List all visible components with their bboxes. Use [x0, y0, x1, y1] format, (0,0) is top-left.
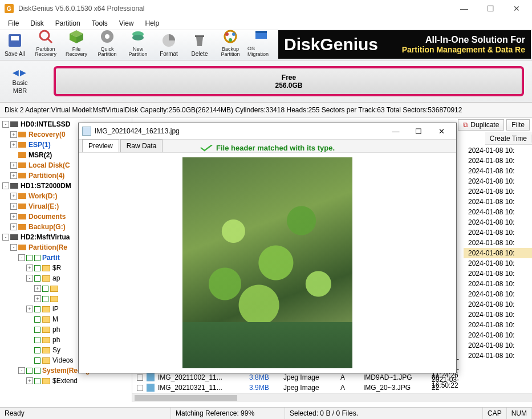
- checkbox-icon[interactable]: [34, 337, 40, 343]
- tree-label: $Extend: [52, 377, 78, 385]
- tree-label: M: [52, 315, 58, 323]
- list-row[interactable]: IMG_20210321_11...3.9MBJpeg ImageAIMG_20…: [132, 383, 464, 393]
- checkbox-icon[interactable]: [34, 306, 40, 312]
- list-create-time[interactable]: 2024-01-08 10:: [464, 238, 532, 248]
- folder-icon: [42, 275, 50, 282]
- preview-maximize-button[interactable]: ☐: [407, 124, 430, 138]
- checkbox-icon[interactable]: [26, 255, 33, 261]
- expand-icon[interactable]: -: [10, 244, 17, 251]
- maximize-button[interactable]: ☐: [477, 0, 503, 17]
- col-create-time[interactable]: Create Time: [485, 135, 532, 143]
- expand-icon[interactable]: +: [10, 172, 17, 179]
- list-create-time[interactable]: 2024-01-08 10:: [464, 166, 532, 176]
- svg-point-14: [225, 32, 229, 36]
- list-create-time[interactable]: 2024-01-08 10:: [464, 207, 532, 217]
- list-create-time[interactable]: 2024-01-08 10:: [464, 176, 532, 186]
- list-create-time[interactable]: 2024-01-08 10:: [464, 310, 532, 320]
- expand-icon[interactable]: +: [34, 295, 41, 302]
- row-checkbox[interactable]: [137, 385, 143, 391]
- preview-titlebar[interactable]: IMG_20210424_162113.jpg — ☐ ✕: [79, 123, 456, 139]
- list-create-time[interactable]: 2024-01-08 10:: [464, 320, 532, 330]
- tree-label: HD2:MsftVirtua: [21, 233, 70, 241]
- expand-icon[interactable]: -: [2, 234, 9, 241]
- tree-label: $R: [52, 264, 61, 272]
- expand-icon[interactable]: -: [2, 182, 9, 189]
- list-create-time[interactable]: 2024-01-08 10:: [464, 186, 532, 197]
- toolbar-format[interactable]: Format: [155, 31, 182, 59]
- expand-icon[interactable]: +: [26, 306, 33, 312]
- expand-icon[interactable]: +: [10, 193, 17, 200]
- os-icon: [252, 26, 270, 44]
- list-create-time[interactable]: 2024-01-08 10:: [464, 299, 532, 310]
- close-button[interactable]: ✕: [503, 0, 530, 17]
- list-create-time[interactable]: 2024-01-08 10:: [464, 330, 532, 340]
- minimize-button[interactable]: —: [451, 0, 477, 17]
- checkbox-icon[interactable]: [42, 286, 48, 292]
- list-create-time[interactable]: 2024-01-08 10:: [464, 351, 532, 361]
- toolbar-os-migration[interactable]: OS Migration: [247, 26, 275, 59]
- list-create-time[interactable]: 2024-01-08 10:: [464, 197, 532, 207]
- expand-icon[interactable]: -: [2, 121, 9, 128]
- list-create-time[interactable]: 2024-01-08 10:: [464, 156, 532, 166]
- tree-label: Backup(G:): [29, 223, 66, 231]
- expand-icon[interactable]: +: [10, 203, 17, 210]
- toolbar-file-recovery[interactable]: File Recovery: [63, 27, 90, 59]
- partition-icon: [18, 193, 26, 199]
- row-checkbox[interactable]: [137, 375, 143, 381]
- list-create-time[interactable]: 2024-01-08 10:: [464, 340, 532, 351]
- preview-minimize-button[interactable]: —: [384, 124, 407, 138]
- list-create-time[interactable]: 2024-01-08 10:: [464, 289, 532, 299]
- expand-icon[interactable]: +: [10, 141, 17, 148]
- duplicate-button[interactable]: ⧉Duplicate: [458, 119, 504, 131]
- list-create-time[interactable]: 2024-01-08 10:: [464, 217, 532, 227]
- checkbox-icon[interactable]: [34, 347, 40, 353]
- toolbar-new-partition[interactable]: New Partition: [124, 27, 152, 59]
- tab-preview[interactable]: Preview: [82, 139, 119, 152]
- filter-button[interactable]: Filte: [506, 119, 530, 131]
- scrollbar-thumb[interactable]: [135, 395, 237, 401]
- expand-icon[interactable]: +: [26, 265, 33, 271]
- status-bar: Ready Matching Reference: 99% Selected: …: [0, 407, 532, 419]
- stack-icon: [129, 27, 147, 46]
- expand-icon[interactable]: -: [26, 275, 33, 282]
- list-create-time[interactable]: 2024-01-08 10:: [464, 227, 532, 238]
- menu-file[interactable]: File: [2, 18, 25, 29]
- preview-close-button[interactable]: ✕: [430, 124, 453, 138]
- expand-icon[interactable]: +: [26, 377, 33, 384]
- toolbar-backup-partition[interactable]: Backup Partition: [217, 27, 244, 59]
- list-create-time[interactable]: 2024-01-08 10:: [464, 279, 532, 289]
- tree-item[interactable]: +$Extend: [0, 376, 132, 386]
- expand-icon[interactable]: +: [10, 223, 17, 230]
- list-create-time[interactable]: 2024-01-08 10:: [464, 248, 532, 258]
- checkbox-icon[interactable]: [34, 357, 40, 364]
- list-create-time[interactable]: 2024-01-08 10:: [464, 145, 532, 156]
- toolbar-save-all[interactable]: Save All: [1, 31, 29, 59]
- checkbox-icon[interactable]: [34, 378, 40, 384]
- expand-icon[interactable]: +: [10, 213, 17, 220]
- expand-icon[interactable]: -: [18, 367, 25, 374]
- list-create-time[interactable]: 2024-01-08 10:: [464, 269, 532, 279]
- disk-map-free[interactable]: Free 256.0GB: [54, 66, 524, 96]
- horizontal-scrollbar[interactable]: [132, 393, 532, 402]
- toolbar-quick-partition[interactable]: Quick Partition: [94, 27, 121, 59]
- toolbar-delete[interactable]: Delete: [186, 31, 213, 59]
- list-create-time[interactable]: 2024-01-08 10:: [464, 258, 532, 269]
- checkbox-icon[interactable]: [34, 316, 40, 323]
- expand-icon[interactable]: +: [34, 285, 41, 292]
- checkbox-icon[interactable]: [42, 296, 48, 302]
- expand-icon[interactable]: +: [10, 131, 17, 138]
- checkbox-icon[interactable]: [34, 265, 40, 271]
- partition-icon: [18, 214, 26, 219]
- nav-arrows-icon[interactable]: ◀▶: [13, 68, 27, 77]
- expand-icon[interactable]: +: [10, 162, 17, 169]
- tree-label: Videos: [52, 356, 73, 364]
- partition-icon: [18, 152, 26, 158]
- tab-raw-data[interactable]: Raw Data: [120, 139, 163, 152]
- list-row[interactable]: IMG_20211002_11...3.8MBJpeg ImageAIMD9AD…: [132, 372, 464, 383]
- expand-icon[interactable]: -: [18, 254, 25, 261]
- toolbar-partition-recovery[interactable]: Partition Recovery: [32, 27, 59, 59]
- checkbox-icon[interactable]: [34, 327, 40, 333]
- checkbox-icon[interactable]: [26, 368, 33, 374]
- checkbox-icon[interactable]: [34, 275, 40, 282]
- disk-info-line: Disk 2 Adapter:Virtual Model:MsftVirtual…: [0, 103, 532, 118]
